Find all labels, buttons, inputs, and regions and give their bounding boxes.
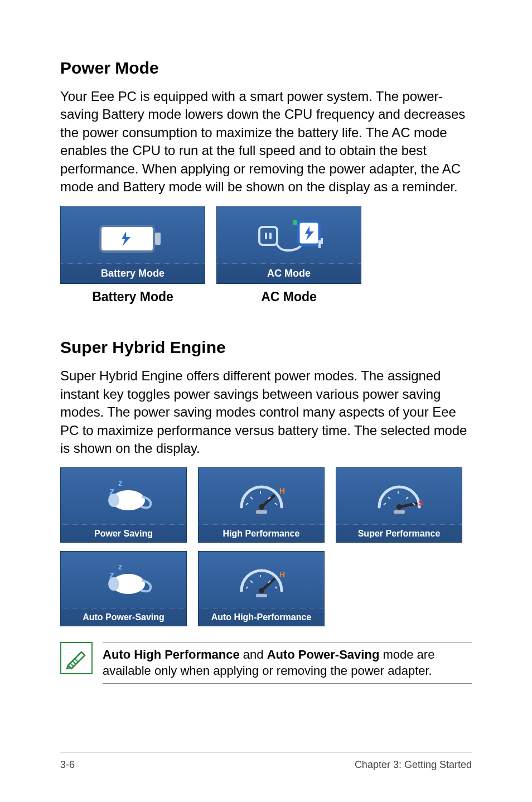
page-number: 3-6 (60, 759, 75, 771)
she-mode-grid: z z Power Saving H (60, 467, 472, 626)
svg-rect-1 (155, 233, 161, 245)
svg-line-40 (250, 581, 253, 583)
tile-auto-high-performance: H Auto High-Performance (198, 551, 325, 626)
tile-high-performance-label: High Performance (199, 524, 324, 542)
svg-rect-2 (259, 227, 277, 245)
battery-mode-panel-wrap: Battery Mode Battery Mode (60, 206, 205, 305)
note-text: Auto High Performance and Auto Power-Sav… (103, 647, 472, 679)
sleeping-battery-icon: z z (61, 468, 186, 524)
gauge-super-icon: S (336, 468, 462, 524)
tile-super-performance-label: Super Performance (336, 524, 462, 542)
tile-super-performance: S Super Performance (336, 467, 462, 543)
svg-text:S: S (418, 499, 423, 508)
svg-text:z: z (118, 479, 122, 487)
power-mode-heading: Power Mode (60, 59, 472, 78)
gauge-high-icon: H (199, 552, 324, 608)
sleeping-battery-icon: z z (61, 552, 186, 608)
ac-mode-panel-wrap: AC Mode AC Mode (216, 206, 361, 305)
svg-line-43 (275, 587, 277, 588)
svg-line-14 (262, 496, 274, 507)
power-mode-body: Your Eee PC is equipped with a smart pow… (60, 88, 472, 196)
power-mode-panels: Battery Mode Battery Mode (60, 206, 472, 305)
svg-rect-5 (293, 220, 297, 225)
battery-mode-icon (61, 214, 205, 263)
ac-mode-caption: AC Mode (261, 289, 317, 305)
ac-mode-bar-label: AC Mode (217, 263, 361, 283)
svg-line-39 (246, 587, 248, 588)
page-footer: 3-6 Chapter 3: Getting Started (60, 752, 472, 771)
svg-point-12 (108, 494, 119, 507)
tile-auto-high-performance-label: Auto High-Performance (199, 608, 324, 626)
svg-line-17 (246, 503, 248, 505)
svg-text:z: z (118, 562, 122, 571)
battery-mode-caption: Battery Mode (92, 289, 173, 305)
svg-rect-3 (265, 233, 267, 239)
svg-rect-8 (321, 238, 323, 244)
note-bold-2: Auto Power-Saving (267, 648, 380, 661)
battery-mode-bar-label: Battery Mode (61, 263, 205, 283)
ac-mode-icon (217, 214, 361, 263)
svg-line-36 (262, 579, 274, 591)
tile-high-performance: H High Performance (198, 467, 325, 543)
svg-line-27 (388, 497, 390, 499)
svg-line-46 (75, 659, 78, 662)
battery-mode-panel: Battery Mode (60, 206, 205, 284)
she-body: Super Hybrid Engine offers different pow… (60, 367, 472, 457)
svg-point-34 (108, 577, 119, 591)
svg-rect-38 (256, 594, 267, 597)
tile-power-saving: z z Power Saving (60, 467, 187, 543)
ac-mode-panel: AC Mode (216, 206, 361, 284)
chapter-label: Chapter 3: Getting Started (355, 759, 472, 771)
svg-text:H: H (279, 570, 285, 579)
svg-line-44 (70, 663, 74, 666)
tile-power-saving-label: Power Saving (61, 524, 186, 542)
note-mid: and (240, 648, 267, 661)
note-icon (60, 642, 93, 674)
svg-line-18 (250, 497, 253, 499)
note-bold-1: Auto High Performance (103, 648, 240, 661)
svg-rect-16 (256, 510, 267, 514)
note-block: Auto High Performance and Auto Power-Sav… (60, 642, 472, 684)
svg-text:H: H (279, 486, 285, 495)
svg-line-21 (275, 503, 277, 505)
svg-rect-7 (318, 240, 321, 248)
note-text-wrap: Auto High Performance and Auto Power-Sav… (103, 642, 472, 684)
svg-line-26 (384, 503, 386, 505)
svg-rect-4 (269, 233, 272, 239)
she-heading: Super Hybrid Engine (60, 338, 472, 357)
gauge-high-icon: H (199, 468, 324, 524)
tile-auto-power-saving-label: Auto Power-Saving (61, 608, 186, 626)
svg-rect-25 (394, 510, 405, 514)
svg-line-45 (72, 661, 76, 664)
tile-auto-power-saving: z z Auto Power-Saving (60, 551, 187, 626)
svg-line-29 (406, 497, 408, 499)
